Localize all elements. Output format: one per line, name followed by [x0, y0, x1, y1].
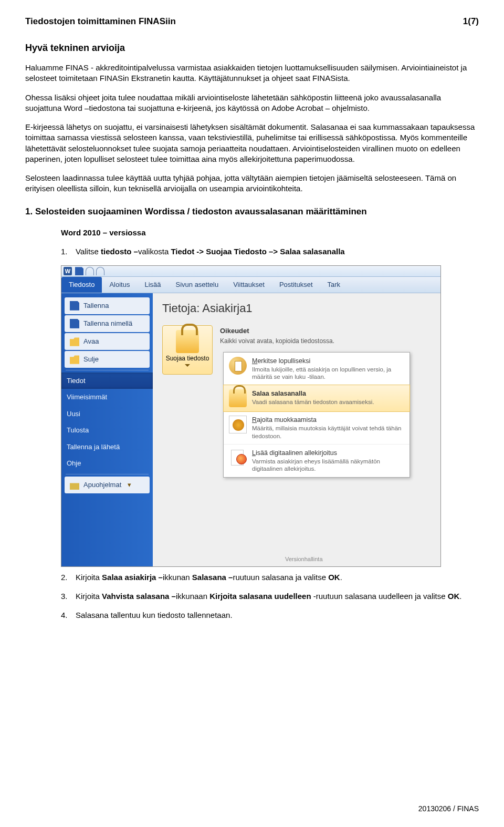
step-4: 4. Salasana tallentuu kun tiedosto talle… — [61, 610, 479, 621]
save-icon — [70, 301, 79, 311]
sidebar-close[interactable]: Sulje — [65, 351, 150, 368]
backstage-main: Tietoja: Asiakirja1 Suojaa tiedosto Oike… — [153, 293, 440, 566]
sidebar-new[interactable]: Uusi — [61, 406, 153, 422]
salutation-heading: Hyvä tekninen arvioija — [25, 42, 479, 54]
intro-paragraph-3: E-kirjeessä lähetys on suojattu, ei vars… — [25, 122, 479, 164]
page-number: 1(7) — [463, 16, 479, 28]
backstage-sidebar: Tallenna Tallenna nimellä Avaa Sulje Tie… — [61, 293, 153, 566]
saveas-icon — [70, 319, 79, 328]
word-app-icon: W — [64, 267, 72, 275]
tab-home[interactable]: Aloitus — [102, 277, 137, 293]
step-3: 3. Kirjoita Vahvista salasana –ikkunaan … — [61, 591, 479, 602]
tab-review[interactable]: Tark — [320, 277, 348, 293]
tab-insert[interactable]: Lisää — [137, 277, 168, 293]
sidebar-save[interactable]: Tallenna — [65, 297, 150, 314]
info-title: Tietoja: Asiakirja1 — [162, 301, 431, 316]
sidebar-print[interactable]: Tulosta — [61, 422, 153, 439]
intro-paragraph-1: Haluamme FINAS - akkreditointipalvelussa… — [25, 63, 479, 84]
step-1: 1. Valitse tiedosto –valikosta Tiedot ->… — [61, 246, 479, 257]
menu-add-signature[interactable]: Lisää digitaalinen allekirjoitusVarmista… — [224, 444, 410, 477]
encrypt-icon — [229, 389, 247, 407]
menu-mark-final[interactable]: MMerkitse lopulliseksierkitse lopullisek… — [224, 353, 410, 386]
sidebar-info[interactable]: Tiedot — [61, 373, 153, 389]
qat-save-icon[interactable] — [75, 267, 83, 275]
sidebar-saveas[interactable]: Tallenna nimellä — [65, 315, 150, 332]
step-3-number: 3. — [61, 591, 76, 602]
sidebar-savesend[interactable]: Tallenna ja lähetä — [61, 439, 153, 456]
word-backstage-screenshot: W Tiedosto Aloitus Lisää Sivun asettelu … — [61, 265, 441, 567]
menu-encrypt-password[interactable]: Salaa salasanallaVaadi salasana tämän ti… — [223, 385, 410, 412]
close-icon — [70, 355, 79, 364]
ribbon-tabs: Tiedosto Aloitus Lisää Sivun asettelu Vi… — [61, 277, 440, 293]
restrict-icon — [229, 416, 247, 433]
tab-file[interactable]: Tiedosto — [61, 277, 102, 293]
sidebar-recent[interactable]: Viimeisimmät — [61, 389, 153, 406]
doc-title: Tiedostojen toimittaminen FINASiin — [25, 16, 176, 28]
tab-pagelayout[interactable]: Sivun asettelu — [169, 277, 226, 293]
protect-document-menu: MMerkitse lopulliseksierkitse lopullisek… — [223, 352, 410, 478]
qat-undo-icon[interactable] — [86, 267, 94, 275]
step-1-number: 1. — [61, 246, 76, 257]
sidebar-addins[interactable]: Apuohjelmat▾ — [65, 477, 150, 493]
tab-mailings[interactable]: Postitukset — [272, 277, 320, 293]
addins-icon — [70, 480, 79, 490]
open-icon — [70, 337, 79, 346]
step-4-number: 4. — [61, 610, 76, 621]
protect-document-button[interactable]: Suojaa tiedosto — [162, 325, 213, 374]
word-version-heading: Word 2010 – versiossa — [61, 228, 479, 238]
section-1-heading: 1. Selosteiden suojaaminen Wordissa / ti… — [25, 206, 479, 218]
footer-text: 20130206 / FINAS — [25, 804, 479, 814]
app-titlebar: W — [61, 266, 440, 277]
intro-paragraph-4: Selosteen laadinnassa tulee käyttää uutt… — [25, 173, 479, 194]
lock-icon — [176, 330, 199, 353]
qat-redo-icon[interactable] — [96, 267, 104, 275]
version-management-label: Versionhallinta — [285, 555, 323, 563]
signature-icon — [229, 449, 247, 467]
sidebar-help[interactable]: Ohje — [61, 455, 153, 472]
sidebar-open[interactable]: Avaa — [65, 333, 150, 350]
mark-final-icon — [229, 357, 247, 375]
menu-restrict-editing[interactable]: Rajoita muokkaamistaMääritä, millaisia m… — [224, 411, 410, 444]
intro-paragraph-2: Ohessa lisäksi ohjeet joita tulee noudat… — [25, 92, 479, 114]
step-2: 2. Kirjoita Salaa asiakirja –ikkunan Sal… — [61, 572, 479, 583]
chevron-down-icon — [185, 364, 190, 369]
step-2-number: 2. — [61, 572, 76, 583]
tab-references[interactable]: Viittaukset — [226, 277, 272, 293]
